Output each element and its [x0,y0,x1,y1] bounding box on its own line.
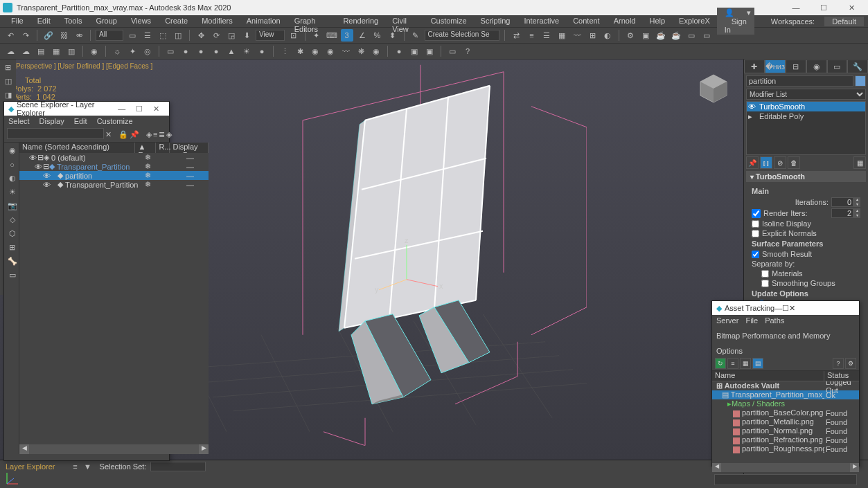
se-filter-10[interactable]: ▭ [6,269,19,282]
se-menu-customize[interactable]: Customize [97,117,133,125]
se-b1[interactable]: ◈ [146,128,152,141]
tb2-1[interactable]: ☁ [4,45,17,57]
menu-group[interactable]: Group [89,17,124,26]
sb-b2[interactable]: ▼ [82,460,94,473]
asset-row[interactable]: partition_Refraction.pngFound [712,435,859,444]
materials-check[interactable] [761,270,769,278]
scale-button[interactable]: ◲ [225,29,238,42]
se-filter-1[interactable]: ◉ [6,144,19,157]
percent-snap-button[interactable]: % [371,29,384,42]
pin-stack-button[interactable]: 📌 [746,156,759,169]
se-filter-3[interactable]: ◐ [6,172,19,185]
rotate-button[interactable]: ⟳ [210,29,222,42]
se-b2[interactable]: ≡ [153,128,157,141]
menu-interactive[interactable]: Interactive [517,17,566,26]
selection-filter[interactable]: All [96,30,123,41]
menu-views[interactable]: Views [124,17,158,26]
se-filter-2[interactable]: ○ [6,158,19,171]
menu-arnold[interactable]: Arnold [607,17,643,26]
menu-modifiers[interactable]: Modifiers [195,17,240,26]
tb2-10[interactable]: ▭ [164,45,177,57]
toggle-ribbon-button[interactable]: ▦ [556,29,568,42]
render-setup-button[interactable]: ⚙ [624,29,637,42]
display-tab[interactable]: ▭ [827,60,848,73]
at-maximize[interactable]: ☐ [782,304,789,313]
smoothing-groups-check[interactable] [761,280,769,287]
window-crossing-button[interactable]: ◫ [172,29,184,42]
layer-explorer-button[interactable]: ☰ [540,29,553,42]
link-button[interactable]: 🔗 [42,29,55,42]
se-filter-8[interactable]: ⊞ [6,241,19,254]
se-col-name[interactable]: Name (Sorted Ascending) [19,143,135,153]
tb2-21[interactable]: 〰 [339,45,352,57]
menu-graph-editors[interactable]: Graph Editors [287,17,337,26]
undo-button[interactable]: ↶ [4,29,17,42]
iterations-input[interactable] [831,197,853,207]
asset-row[interactable]: partition_BaseColor.pngFound [712,408,859,417]
tb2-23[interactable]: ◉ [370,45,382,57]
at-b5[interactable]: ? [833,358,844,369]
reference-coord[interactable]: View [256,30,285,41]
tb2-15[interactable]: ☀ [240,45,253,57]
at-b2[interactable]: ≡ [727,358,738,369]
viewport-label[interactable]: [+] [Perspective ] [User Defined ] [Edge… [4,62,152,70]
tb2-11[interactable]: ● [179,45,192,57]
maximize-button[interactable]: ☐ [810,0,838,15]
isoline-check[interactable] [752,220,759,228]
at-path-input[interactable] [714,474,857,485]
menu-customize[interactable]: Customize [424,17,474,26]
se-b4[interactable]: ◈ [166,128,172,141]
at-scrollbar[interactable]: ◀▶ [712,463,859,472]
tb2-7[interactable]: ☼ [111,45,123,57]
align-button[interactable]: ≡ [525,29,538,42]
help-icon[interactable]: ? [461,45,474,57]
mirror-button[interactable]: ⇄ [510,29,522,42]
tree-row[interactable]: 👁⊟◈ 0 (default)❄— [19,153,209,162]
lt-1[interactable]: ⊞ [1,61,15,74]
render-iters-spinner[interactable]: ▴▾ [853,208,860,218]
modify-tab[interactable]: �низ [765,60,786,73]
object-color-swatch[interactable] [855,75,866,87]
se-lock[interactable]: 🔒 [118,128,128,141]
at-col-status[interactable]: Status [824,371,859,381]
scene-explorer-window[interactable]: ◆ Scene Explorer - Layer Explorer — ☐ ✕ … [3,101,170,461]
tb2-5[interactable]: ▥ [65,45,78,57]
menu-content[interactable]: Content [566,17,607,26]
asset-row[interactable]: ▤ Transparent_Partition_max_vray.maxOk [712,390,859,399]
scene-tree[interactable]: 👁⊟◈ 0 (default)❄—👁⊟◆ Transparent_Partiti… [19,153,209,444]
tree-row[interactable]: 👁⊟◆ Transparent_Partition❄— [19,162,209,171]
se-close[interactable]: ✕ [148,105,165,114]
tb2-3[interactable]: ▤ [35,45,47,57]
redo-button[interactable]: ↷ [19,29,32,42]
at-col-name[interactable]: Name [712,371,824,381]
move-button[interactable]: ✥ [195,29,207,42]
create-tab[interactable]: ✚ [744,60,765,73]
at-menu-paths[interactable]: Paths [765,316,784,325]
tb2-9[interactable]: ◎ [141,45,154,57]
smooth-result-check[interactable] [752,251,759,258]
tb2-19[interactable]: ◉ [309,45,321,57]
at-refresh[interactable]: ↻ [715,358,726,369]
render3-button[interactable]: ▭ [685,29,698,42]
select-region-button[interactable]: ⬚ [157,29,169,42]
at-close[interactable]: ✕ [789,304,795,313]
se-filter-9[interactable]: 🦴 [6,255,19,268]
tb2-25[interactable]: ▣ [408,45,420,57]
menu-civil-view[interactable]: Civil View [385,17,423,26]
asset-list[interactable]: ⊞ Autodesk VaultLogged Out▤ Transparent_… [712,381,859,463]
tb2-4[interactable]: ▦ [50,45,62,57]
menu-animation[interactable]: Animation [240,17,287,26]
utilities-tab[interactable]: 🔧 [847,60,868,73]
remove-modifier-button[interactable]: 🗑 [788,156,800,169]
sb-b1[interactable]: ≡ [69,460,82,473]
pivot-button[interactable]: ⊡ [287,29,300,42]
at-minimize[interactable]: — [774,304,782,312]
render4-button[interactable]: ▭ [700,29,713,42]
tb2-18[interactable]: ✱ [294,45,306,57]
tb2-17[interactable]: ⋮ [278,45,291,57]
viewcube[interactable] [695,69,732,107]
show-end-result-button[interactable]: ⫿⫿ [760,156,772,169]
tb2-27[interactable]: ▭ [446,45,459,57]
named-selection-set[interactable]: Create Selection Se [425,30,500,41]
se-filter-7[interactable]: ⬡ [6,227,19,240]
